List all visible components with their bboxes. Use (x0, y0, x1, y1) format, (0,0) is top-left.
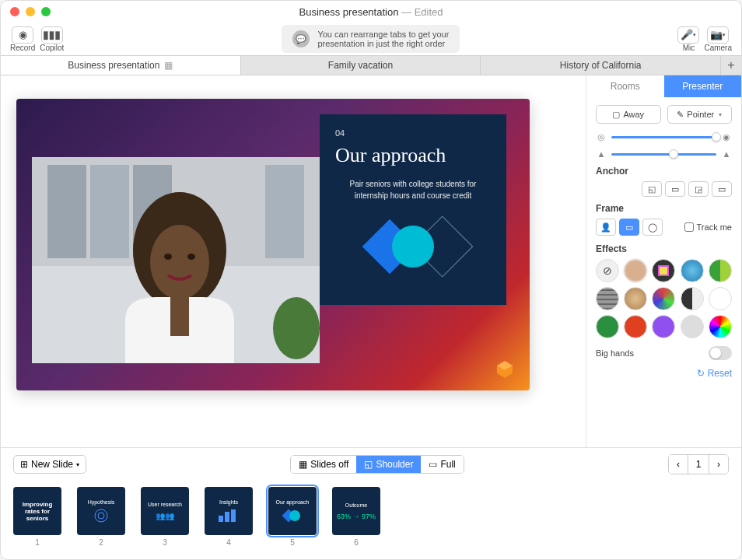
effect-blue-button[interactable] (681, 259, 704, 282)
slide-pager: ‹ 1 › (668, 454, 729, 474)
slide-canvas: 04 Our approach Pair seniors with colleg… (16, 99, 530, 390)
frame-cutout-button[interactable]: 👤 (596, 219, 616, 236)
size-slider-row: ▲ ▲ (596, 149, 732, 159)
slide-shapes (335, 215, 491, 278)
canvas-area[interactable]: 04 Our approach Pair seniors with colleg… (1, 75, 586, 447)
record-label: Record (10, 44, 35, 52)
svg-rect-13 (170, 297, 189, 336)
window-title: Business presentation — Edited (299, 6, 443, 18)
effect-film-button[interactable] (596, 287, 619, 310)
copilot-label: Copilot (40, 44, 64, 52)
svg-point-24 (289, 510, 300, 521)
effect-green-split-button[interactable] (709, 259, 732, 282)
plus-icon: ⊞ (20, 459, 28, 470)
anchor-bottom-right-button[interactable]: ◲ (688, 181, 709, 197)
svg-point-14 (273, 297, 320, 359)
bottom-toolbar: ⊞ New Slide ▾ ▦Slides off ◱Shoulder ▭Ful… (1, 447, 741, 481)
effect-rgb-button[interactable] (652, 287, 675, 310)
effect-none-button[interactable]: ⊘ (596, 259, 619, 282)
size-slider[interactable] (611, 153, 716, 156)
track-me-checkbox[interactable]: Track me (684, 222, 732, 232)
camera-button[interactable]: 📷 ▾ Camera (704, 26, 732, 52)
window-controls (10, 7, 51, 16)
close-window-button[interactable] (10, 7, 19, 16)
effect-blur-button[interactable] (624, 259, 647, 282)
sidebar-tab-rooms[interactable]: Rooms (586, 75, 664, 97)
tab-label: Business presentation (68, 60, 159, 71)
slide-thumbnails: Improving rates for seniors 1 Hypothesis… (1, 481, 741, 559)
anchor-section-label: Anchor (596, 166, 732, 177)
thumbnail-4[interactable]: Insights 4 (205, 487, 253, 547)
svg-rect-2 (55, 31, 59, 40)
copilot-button[interactable]: Copilot (40, 26, 64, 52)
slide-number: 04 (335, 128, 491, 138)
effect-sepia-button[interactable] (624, 287, 647, 310)
anchor-custom-button[interactable]: ▭ (712, 181, 732, 197)
svg-rect-5 (47, 165, 86, 258)
add-tab-button[interactable]: + (721, 56, 741, 75)
zoom-window-button[interactable] (41, 7, 51, 16)
toolbar: ◉ Record Copilot 💬 You can rearrange tab… (1, 23, 741, 55)
next-slide-button[interactable]: › (709, 455, 728, 474)
person-large-icon: ▲ (721, 149, 732, 159)
record-button[interactable]: ◉ Record (10, 26, 35, 52)
prev-slide-button[interactable]: ‹ (669, 455, 688, 474)
thumbnail-5[interactable]: Our approach 5 (268, 487, 317, 547)
title-text: Business presentation (299, 6, 398, 18)
app-window: Business presentation — Edited ◉ Record … (0, 0, 742, 560)
effects-section-label: Effects (596, 243, 732, 254)
effect-white-button[interactable] (709, 287, 732, 310)
new-slide-button[interactable]: ⊞ New Slide ▾ (13, 455, 86, 474)
mic-icon: 🎤 ▾ (677, 26, 699, 44)
effect-green-button[interactable] (596, 315, 619, 338)
copilot-tab-icon: ▦ (164, 60, 173, 71)
big-hands-label: Big hands (596, 348, 634, 358)
svg-point-19 (98, 513, 104, 519)
effect-red-button[interactable] (624, 315, 647, 338)
hint-icon: 💬 (292, 30, 310, 47)
svg-rect-8 (265, 165, 304, 258)
frame-section-label: Frame (596, 203, 732, 214)
away-button[interactable]: ▢Away (596, 105, 661, 124)
frame-circle-button[interactable]: ◯ (642, 219, 663, 236)
eye-off-icon: ◎ (596, 131, 607, 142)
thumbnail-1[interactable]: Improving rates for seniors 1 (13, 487, 61, 547)
svg-point-11 (164, 254, 172, 260)
effects-grid: ⊘ (596, 259, 732, 338)
svg-point-17 (392, 226, 434, 268)
camera-icon: 📷 ▾ (707, 26, 729, 44)
effect-custom-color-button[interactable] (681, 315, 704, 338)
thumbnail-6[interactable]: Outcome63% → 97% 6 (332, 487, 380, 547)
reset-button[interactable]: ↻ Reset (596, 368, 732, 379)
hint-line2: presentation in just the right order (317, 39, 449, 48)
sidebar-tab-presenter[interactable]: Presenter (664, 75, 742, 97)
visibility-slider[interactable] (611, 136, 716, 138)
big-hands-toggle[interactable] (709, 346, 732, 360)
thumbnail-2[interactable]: Hypothesis 2 (77, 487, 125, 547)
minimize-window-button[interactable] (26, 7, 35, 16)
mic-button[interactable]: 🎤 ▾ Mic (677, 26, 699, 52)
anchor-bottom-center-button[interactable]: ▭ (665, 181, 685, 197)
frame-rectangle-button[interactable]: ▭ (619, 219, 639, 236)
visibility-slider-row: ◎ ◉ (596, 131, 732, 142)
thumbnail-3[interactable]: User research👥👥 3 (141, 487, 189, 547)
view-shoulder-button[interactable]: ◱Shoulder (356, 456, 421, 473)
tab-history-of-california[interactable]: History of California (481, 56, 721, 75)
effect-frame-button[interactable] (652, 259, 675, 282)
effect-color-picker-button[interactable] (709, 315, 732, 338)
camera-label: Camera (704, 44, 732, 52)
view-slides-off-button[interactable]: ▦Slides off (291, 456, 356, 473)
svg-rect-1 (50, 31, 54, 40)
tab-business-presentation[interactable]: Business presentation ▦ (1, 56, 241, 75)
view-full-button[interactable]: ▭Full (421, 456, 463, 473)
svg-rect-0 (44, 31, 47, 40)
hint-line1: You can rearrange tabs to get your (317, 30, 449, 39)
effect-purple-button[interactable] (652, 315, 675, 338)
document-tabs: Business presentation ▦ Family vacation … (1, 55, 741, 75)
tab-family-vacation[interactable]: Family vacation (241, 56, 481, 75)
pointer-dropdown[interactable]: ✎Pointer▾ (667, 105, 733, 124)
anchor-bottom-left-button[interactable]: ◱ (642, 181, 662, 197)
svg-rect-21 (225, 512, 229, 522)
effect-mono-button[interactable] (681, 287, 704, 310)
view-mode-segment: ▦Slides off ◱Shoulder ▭Full (290, 455, 464, 474)
